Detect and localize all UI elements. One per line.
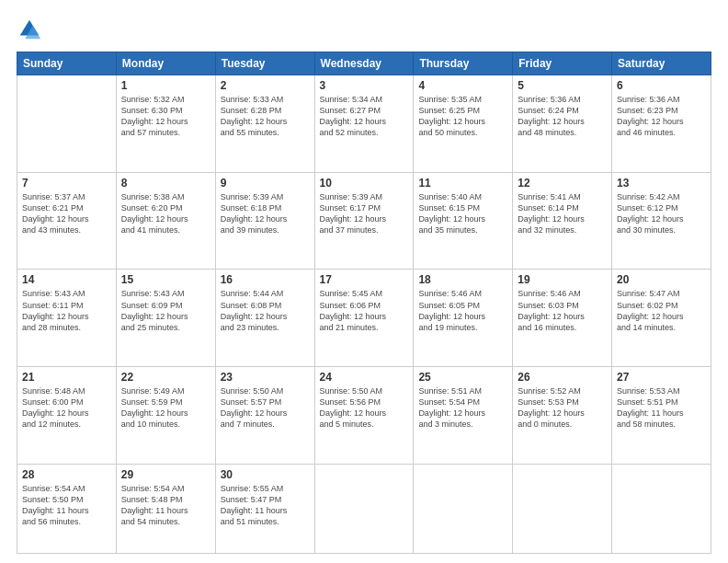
calendar-cell: 9Sunrise: 5:39 AMSunset: 6:18 PMDaylight… xyxy=(215,172,314,270)
calendar-cell: 17Sunrise: 5:45 AMSunset: 6:06 PMDayligh… xyxy=(314,270,414,367)
day-number: 30 xyxy=(221,468,310,481)
day-number: 1 xyxy=(121,79,210,92)
day-info: Sunrise: 5:51 AMSunset: 5:54 PMDaylight:… xyxy=(418,385,507,431)
day-number: 20 xyxy=(617,273,706,286)
day-number: 13 xyxy=(617,177,706,190)
day-info: Sunrise: 5:40 AMSunset: 6:15 PMDaylight:… xyxy=(418,191,507,236)
calendar-cell: 23Sunrise: 5:50 AMSunset: 5:57 PMDayligh… xyxy=(215,367,314,465)
day-info: Sunrise: 5:50 AMSunset: 5:57 PMDaylight:… xyxy=(221,385,310,431)
calendar-day-header: Saturday xyxy=(612,52,711,75)
day-number: 18 xyxy=(418,273,507,286)
day-number: 16 xyxy=(221,273,310,286)
day-number: 23 xyxy=(221,371,310,384)
day-number: 2 xyxy=(221,79,310,92)
calendar-cell: 10Sunrise: 5:39 AMSunset: 6:17 PMDayligh… xyxy=(314,172,414,270)
day-info: Sunrise: 5:47 AMSunset: 6:02 PMDaylight:… xyxy=(617,288,706,333)
day-number: 3 xyxy=(320,79,409,92)
day-number: 27 xyxy=(617,371,706,384)
day-info: Sunrise: 5:39 AMSunset: 6:17 PMDaylight:… xyxy=(320,191,409,236)
day-number: 7 xyxy=(22,177,111,190)
calendar-cell: 4Sunrise: 5:35 AMSunset: 6:25 PMDaylight… xyxy=(414,75,513,173)
calendar-cell: 8Sunrise: 5:38 AMSunset: 6:20 PMDaylight… xyxy=(116,172,215,270)
calendar-cell: 26Sunrise: 5:52 AMSunset: 5:53 PMDayligh… xyxy=(513,367,612,465)
calendar-day-header: Friday xyxy=(513,52,612,75)
day-number: 21 xyxy=(22,371,111,384)
day-info: Sunrise: 5:43 AMSunset: 6:09 PMDaylight:… xyxy=(121,288,210,333)
calendar-cell: 30Sunrise: 5:55 AMSunset: 5:47 PMDayligh… xyxy=(215,464,314,553)
day-info: Sunrise: 5:38 AMSunset: 6:20 PMDaylight:… xyxy=(121,191,210,236)
day-info: Sunrise: 5:53 AMSunset: 5:51 PMDaylight:… xyxy=(617,385,706,431)
day-info: Sunrise: 5:32 AMSunset: 6:30 PMDaylight:… xyxy=(121,94,210,139)
day-info: Sunrise: 5:36 AMSunset: 6:23 PMDaylight:… xyxy=(617,94,706,139)
calendar-cell: 11Sunrise: 5:40 AMSunset: 6:15 PMDayligh… xyxy=(414,172,513,270)
calendar-week-row: 21Sunrise: 5:48 AMSunset: 6:00 PMDayligh… xyxy=(17,367,711,465)
calendar-cell: 27Sunrise: 5:53 AMSunset: 5:51 PMDayligh… xyxy=(612,367,711,465)
calendar-week-row: 14Sunrise: 5:43 AMSunset: 6:11 PMDayligh… xyxy=(17,270,711,367)
calendar-cell xyxy=(17,75,117,173)
calendar-cell xyxy=(513,464,612,553)
calendar-cell: 20Sunrise: 5:47 AMSunset: 6:02 PMDayligh… xyxy=(612,270,711,367)
day-info: Sunrise: 5:55 AMSunset: 5:47 PMDaylight:… xyxy=(221,483,310,528)
calendar-cell xyxy=(414,464,513,553)
calendar-day-header: Monday xyxy=(116,52,215,75)
day-number: 19 xyxy=(518,273,607,286)
calendar-cell: 28Sunrise: 5:54 AMSunset: 5:50 PMDayligh… xyxy=(17,464,117,553)
day-number: 12 xyxy=(518,177,607,190)
day-info: Sunrise: 5:49 AMSunset: 5:59 PMDaylight:… xyxy=(121,385,210,431)
day-info: Sunrise: 5:45 AMSunset: 6:06 PMDaylight:… xyxy=(320,288,409,333)
day-number: 14 xyxy=(22,273,111,286)
calendar-week-row: 1Sunrise: 5:32 AMSunset: 6:30 PMDaylight… xyxy=(17,75,711,173)
day-info: Sunrise: 5:52 AMSunset: 5:53 PMDaylight:… xyxy=(518,385,607,431)
calendar-cell: 22Sunrise: 5:49 AMSunset: 5:59 PMDayligh… xyxy=(116,367,215,465)
page: SundayMondayTuesdayWednesdayThursdayFrid… xyxy=(0,0,728,563)
calendar-cell: 3Sunrise: 5:34 AMSunset: 6:27 PMDaylight… xyxy=(314,75,414,173)
day-number: 29 xyxy=(121,468,210,481)
day-info: Sunrise: 5:41 AMSunset: 6:14 PMDaylight:… xyxy=(518,191,607,236)
logo xyxy=(17,17,46,42)
day-number: 15 xyxy=(121,273,210,286)
day-number: 26 xyxy=(518,371,607,384)
day-number: 9 xyxy=(221,177,310,190)
calendar-cell: 7Sunrise: 5:37 AMSunset: 6:21 PMDaylight… xyxy=(17,172,117,270)
day-number: 8 xyxy=(121,177,210,190)
calendar-header-row: SundayMondayTuesdayWednesdayThursdayFrid… xyxy=(17,52,711,75)
day-info: Sunrise: 5:43 AMSunset: 6:11 PMDaylight:… xyxy=(22,288,111,333)
calendar-cell: 13Sunrise: 5:42 AMSunset: 6:12 PMDayligh… xyxy=(612,172,711,270)
calendar-week-row: 7Sunrise: 5:37 AMSunset: 6:21 PMDaylight… xyxy=(17,172,711,270)
calendar-day-header: Wednesday xyxy=(314,52,414,75)
calendar-cell: 19Sunrise: 5:46 AMSunset: 6:03 PMDayligh… xyxy=(513,270,612,367)
calendar-cell: 21Sunrise: 5:48 AMSunset: 6:00 PMDayligh… xyxy=(17,367,117,465)
calendar-cell: 18Sunrise: 5:46 AMSunset: 6:05 PMDayligh… xyxy=(414,270,513,367)
day-info: Sunrise: 5:46 AMSunset: 6:03 PMDaylight:… xyxy=(518,288,607,333)
calendar-cell: 16Sunrise: 5:44 AMSunset: 6:08 PMDayligh… xyxy=(215,270,314,367)
day-number: 25 xyxy=(418,371,507,384)
calendar-day-header: Sunday xyxy=(17,52,117,75)
logo-icon xyxy=(17,17,42,42)
day-number: 24 xyxy=(320,371,409,384)
calendar-cell: 6Sunrise: 5:36 AMSunset: 6:23 PMDaylight… xyxy=(612,75,711,173)
calendar-cell: 12Sunrise: 5:41 AMSunset: 6:14 PMDayligh… xyxy=(513,172,612,270)
day-number: 22 xyxy=(121,371,210,384)
calendar-week-row: 28Sunrise: 5:54 AMSunset: 5:50 PMDayligh… xyxy=(17,464,711,553)
calendar-cell: 15Sunrise: 5:43 AMSunset: 6:09 PMDayligh… xyxy=(116,270,215,367)
day-info: Sunrise: 5:50 AMSunset: 5:56 PMDaylight:… xyxy=(320,385,409,431)
calendar-cell: 29Sunrise: 5:54 AMSunset: 5:48 PMDayligh… xyxy=(116,464,215,553)
calendar-day-header: Tuesday xyxy=(215,52,314,75)
calendar-cell: 24Sunrise: 5:50 AMSunset: 5:56 PMDayligh… xyxy=(314,367,414,465)
calendar-cell: 5Sunrise: 5:36 AMSunset: 6:24 PMDaylight… xyxy=(513,75,612,173)
calendar-cell: 2Sunrise: 5:33 AMSunset: 6:28 PMDaylight… xyxy=(215,75,314,173)
day-info: Sunrise: 5:46 AMSunset: 6:05 PMDaylight:… xyxy=(418,288,507,333)
day-info: Sunrise: 5:54 AMSunset: 5:48 PMDaylight:… xyxy=(121,483,210,528)
day-info: Sunrise: 5:39 AMSunset: 6:18 PMDaylight:… xyxy=(221,191,310,236)
day-number: 17 xyxy=(320,273,409,286)
calendar-table: SundayMondayTuesdayWednesdayThursdayFrid… xyxy=(17,52,711,554)
header xyxy=(17,17,711,42)
day-number: 28 xyxy=(22,468,111,481)
calendar-cell: 25Sunrise: 5:51 AMSunset: 5:54 PMDayligh… xyxy=(414,367,513,465)
calendar-cell xyxy=(612,464,711,553)
day-number: 4 xyxy=(418,79,507,92)
day-number: 11 xyxy=(418,177,507,190)
day-info: Sunrise: 5:37 AMSunset: 6:21 PMDaylight:… xyxy=(22,191,111,236)
day-number: 5 xyxy=(518,79,607,92)
day-info: Sunrise: 5:44 AMSunset: 6:08 PMDaylight:… xyxy=(221,288,310,333)
